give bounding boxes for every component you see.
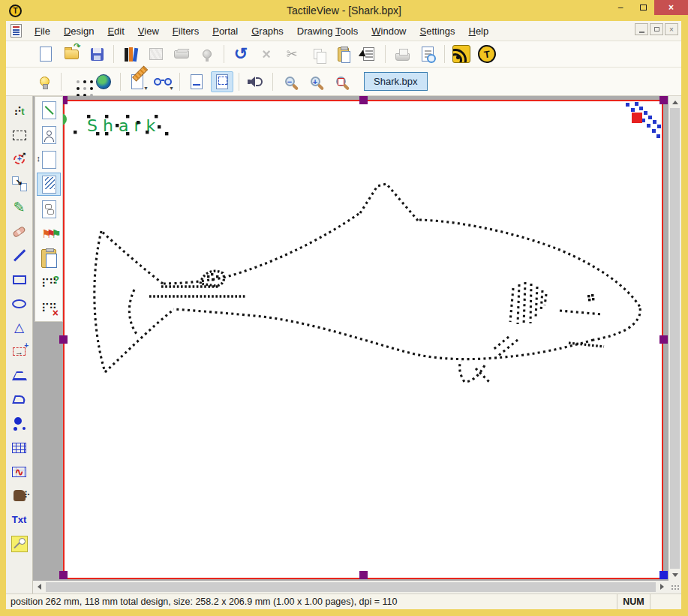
braille-settings-button[interactable] bbox=[67, 71, 89, 92]
handle-top-center[interactable] bbox=[359, 96, 368, 104]
braille-remove-button[interactable]: ⠏⠛× bbox=[37, 296, 61, 320]
select-rectangle-button[interactable] bbox=[8, 125, 31, 146]
scroll-right-arrow[interactable] bbox=[656, 581, 668, 593]
ideas-wizard-button[interactable] bbox=[33, 71, 56, 92]
draw-dots-button[interactable] bbox=[8, 413, 31, 434]
menu-help[interactable]: Help bbox=[461, 23, 495, 40]
draw-rectangle-button[interactable] bbox=[8, 269, 31, 290]
handle-middle-right[interactable] bbox=[659, 335, 668, 344]
menu-portal[interactable]: Portal bbox=[206, 23, 245, 40]
handle-bottom-center[interactable] bbox=[359, 571, 368, 579]
language-globe-button[interactable] bbox=[92, 71, 115, 92]
close-button[interactable]: × bbox=[654, 0, 688, 15]
text-box-button[interactable]: Txt bbox=[8, 509, 31, 530]
menu-drawing-tools[interactable]: Drawing Tools bbox=[290, 23, 365, 40]
annotations-button[interactable] bbox=[37, 197, 61, 221]
paste-button[interactable] bbox=[332, 44, 354, 65]
menu-graphs[interactable]: Graphs bbox=[245, 23, 290, 40]
view-mode-button[interactable]: ▼ bbox=[152, 71, 174, 92]
design-page[interactable]: Shark bbox=[63, 100, 663, 579]
draw-triangle-button[interactable]: △ bbox=[8, 317, 31, 338]
horizontal-scrollbar[interactable] bbox=[33, 581, 668, 593]
zoom-selection-button[interactable] bbox=[329, 71, 352, 92]
insert-arrow-button[interactable] bbox=[8, 341, 31, 362]
cut-button[interactable]: ✂ bbox=[281, 44, 303, 65]
select-freehand-button[interactable] bbox=[8, 149, 31, 170]
draw-ellipse-button[interactable] bbox=[8, 293, 31, 314]
new-file-button[interactable] bbox=[35, 44, 57, 65]
resize-grip[interactable] bbox=[668, 581, 681, 593]
menu-settings[interactable]: Settings bbox=[413, 23, 462, 40]
emboss-braille-button[interactable] bbox=[450, 44, 473, 65]
vertical-scrollbar[interactable] bbox=[668, 96, 681, 581]
horizontal-scroll-thumb[interactable] bbox=[46, 582, 656, 592]
import-map-button[interactable] bbox=[145, 44, 167, 65]
markers-button[interactable]: ⚑⚑⚑ bbox=[37, 222, 61, 245]
menu-file[interactable]: File bbox=[28, 23, 57, 40]
scan-image-button[interactable] bbox=[170, 44, 193, 65]
tactileview-portal-button[interactable]: T bbox=[476, 44, 498, 65]
eraser-button[interactable] bbox=[8, 221, 31, 242]
speech-audio-button[interactable] bbox=[245, 71, 267, 92]
page-dots-button[interactable] bbox=[211, 71, 233, 92]
undo-button[interactable]: ↺ bbox=[230, 44, 252, 65]
document-tab[interactable]: Shark.bpx bbox=[364, 72, 428, 91]
print-button[interactable] bbox=[391, 44, 413, 65]
menu-view[interactable]: View bbox=[131, 23, 166, 40]
handle-bottom-left[interactable] bbox=[59, 571, 68, 579]
draw-line-button[interactable] bbox=[8, 245, 31, 266]
handle-middle-left[interactable] bbox=[59, 335, 68, 344]
webcam-capture-button[interactable] bbox=[196, 44, 218, 65]
design-dimensions-button[interactable] bbox=[37, 148, 61, 171]
minimize-button[interactable]: – bbox=[609, 0, 632, 15]
paste-special-button[interactable] bbox=[357, 44, 380, 65]
scroll-left-arrow[interactable] bbox=[33, 581, 46, 593]
insert-table-button[interactable] bbox=[8, 437, 31, 458]
pencil-draw-button[interactable]: ✎ bbox=[8, 197, 31, 218]
catalog-books-button[interactable] bbox=[119, 44, 142, 65]
draw-curve-button[interactable] bbox=[8, 389, 31, 410]
canvas-area[interactable]: Shark bbox=[33, 96, 668, 581]
titlebar: T TactileView - [Shark.bpx] – × bbox=[0, 0, 688, 21]
paste-clipboard-button[interactable] bbox=[37, 247, 61, 270]
vertical-scroll-thumb[interactable] bbox=[670, 108, 680, 569]
copy-button[interactable] bbox=[306, 44, 329, 65]
handle-top-right[interactable] bbox=[659, 96, 668, 104]
personal-data-button[interactable] bbox=[37, 123, 61, 146]
text-label-tool-button[interactable]: ⠞t bbox=[8, 101, 31, 122]
resize-design-button[interactable] bbox=[37, 98, 61, 122]
braille-title-label[interactable]: Shark bbox=[71, 110, 198, 140]
handle-bottom-right-active[interactable] bbox=[659, 571, 668, 579]
drag-drop-clipboard-button[interactable] bbox=[8, 173, 31, 194]
draw-trapezoid-button[interactable] bbox=[8, 365, 31, 386]
toolbar-separator bbox=[385, 45, 386, 63]
voice-memo-button[interactable] bbox=[8, 533, 31, 554]
open-file-button[interactable] bbox=[60, 44, 83, 65]
page-outline-button[interactable] bbox=[185, 71, 208, 92]
document-system-icon[interactable] bbox=[11, 24, 22, 38]
toolbar-separator bbox=[179, 73, 180, 91]
maximize-button[interactable] bbox=[632, 0, 654, 15]
menu-window[interactable]: Window bbox=[365, 23, 413, 40]
delete-selection-button[interactable]: × bbox=[255, 44, 278, 65]
zoom-out-button[interactable]: − bbox=[278, 71, 301, 92]
toolbar-separator bbox=[61, 73, 62, 91]
print-preview-button[interactable] bbox=[416, 44, 439, 65]
braille-help-button[interactable]: ⠏⠛? bbox=[37, 272, 61, 295]
save-file-button[interactable] bbox=[86, 44, 108, 65]
num-lock-indicator: NUM bbox=[617, 594, 650, 609]
toolbar-separator bbox=[444, 45, 445, 63]
mdi-restore-button[interactable] bbox=[650, 23, 663, 35]
menu-edit[interactable]: Edit bbox=[101, 23, 131, 40]
menu-design[interactable]: Design bbox=[57, 23, 101, 40]
insert-image-button[interactable] bbox=[8, 485, 31, 506]
scroll-up-arrow[interactable] bbox=[668, 96, 681, 108]
menu-filters[interactable]: Filters bbox=[166, 23, 206, 40]
mdi-minimize-button[interactable] bbox=[635, 23, 648, 35]
design-mode-button[interactable]: ▼ bbox=[126, 71, 149, 92]
insert-graph-button[interactable] bbox=[8, 461, 31, 482]
mdi-close-button[interactable]: × bbox=[665, 23, 678, 35]
design-fill-button[interactable] bbox=[37, 173, 61, 196]
scroll-down-arrow[interactable] bbox=[668, 569, 681, 581]
zoom-in-button[interactable]: + bbox=[304, 71, 326, 92]
